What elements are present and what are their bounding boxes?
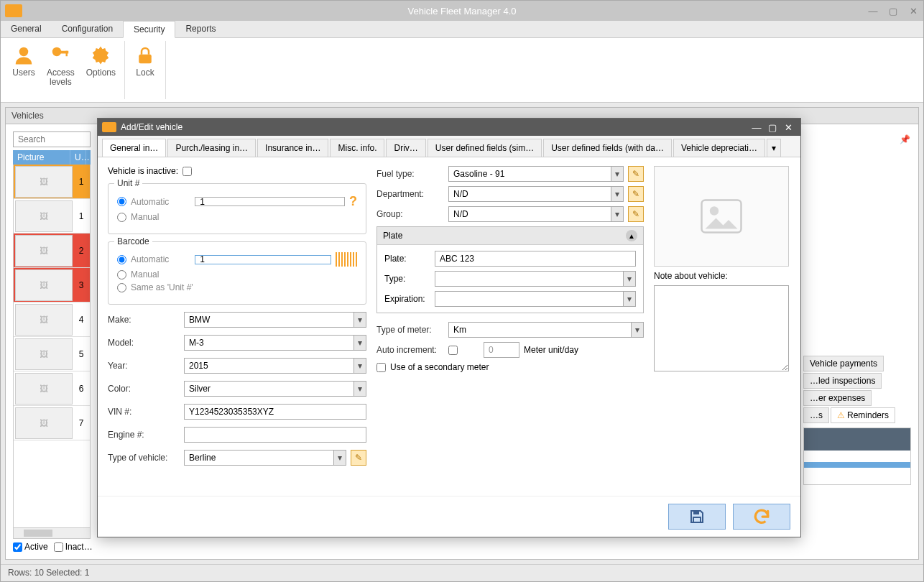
autoinc-checkbox[interactable] [448, 346, 458, 355]
ribbon-lock-button[interactable]: Lock [128, 41, 162, 99]
dlg-tab-general[interactable]: General in… [102, 139, 166, 157]
undo-button[interactable] [733, 504, 790, 530]
vin-input[interactable] [184, 404, 366, 420]
year-dropdown[interactable]: ▾ [354, 358, 366, 374]
active-checkbox[interactable]: Active [13, 542, 48, 552]
expiration-input[interactable] [435, 291, 623, 307]
svg-point-7 [710, 206, 719, 216]
help-icon[interactable]: ? [349, 194, 357, 209]
ribbon-access-levels-button[interactable]: Access levels [41, 41, 80, 99]
dialog-minimize-button[interactable]: — [749, 122, 764, 133]
unit-value-input[interactable] [195, 197, 345, 206]
plate-collapse-button[interactable]: ▲ [626, 230, 637, 241]
engine-input[interactable] [184, 427, 366, 443]
ribbon-users-button[interactable]: Users [6, 41, 41, 99]
dlg-tab-udf-data[interactable]: User defined fields (with da… [543, 139, 672, 157]
model-input[interactable] [184, 335, 354, 351]
tab-general[interactable]: General [1, 21, 52, 37]
dlg-tab-purchasing[interactable]: Purch./leasing in… [167, 139, 256, 157]
color-input[interactable] [184, 381, 354, 397]
meterunit-input[interactable] [484, 342, 519, 358]
add-edit-vehicle-dialog: Add/Edit vehicle — ▢ ✕ General in… Purch… [97, 118, 801, 537]
tab-configuration[interactable]: Configuration [52, 21, 123, 37]
tab-misc[interactable]: …s [803, 407, 829, 423]
dlg-tab-udf-simple[interactable]: User defined fields (sim… [428, 139, 542, 157]
meter-input[interactable] [448, 322, 631, 338]
search-input[interactable] [13, 131, 91, 147]
vehicle-image-placeholder[interactable] [654, 166, 789, 267]
unit-manual-radio[interactable] [117, 213, 126, 222]
unit-cell: 6 [74, 384, 88, 394]
table-row[interactable]: 🖼1 [14, 165, 90, 199]
grid-header: Picture U… [13, 150, 91, 165]
dept-dropdown[interactable]: ▾ [611, 186, 624, 202]
expiration-dropdown[interactable]: ▾ [623, 291, 636, 307]
ribbon-options-button[interactable]: Options [80, 41, 121, 99]
table-row[interactable]: 🖼6 [14, 371, 90, 406]
fuel-dropdown[interactable]: ▾ [611, 166, 624, 182]
horizontal-scrollbar[interactable] [13, 527, 91, 539]
table-row[interactable]: 🖼1 [14, 199, 90, 234]
dlg-tab-overflow[interactable]: ▾ [767, 139, 781, 157]
dlg-tab-insurance[interactable]: Insurance in… [257, 139, 328, 157]
unit-auto-radio[interactable] [117, 197, 126, 206]
dlg-tab-misc[interactable]: Misc. info. [330, 139, 384, 157]
make-input[interactable] [184, 312, 354, 328]
fuel-edit-button[interactable]: ✎ [628, 166, 644, 182]
table-row[interactable]: 🖼7 [14, 406, 90, 440]
vehicle-type-edit-button[interactable]: ✎ [351, 450, 366, 466]
vehicle-type-dropdown[interactable]: ▾ [333, 450, 346, 466]
meter-dropdown[interactable]: ▾ [631, 322, 644, 338]
tab-security[interactable]: Security [123, 21, 175, 38]
dialog-title-bar: Add/Edit vehicle — ▢ ✕ [98, 119, 800, 136]
inactive-label: Vehicle is inactive: [108, 166, 178, 176]
svg-point-0 [19, 47, 29, 57]
model-dropdown[interactable]: ▾ [354, 335, 366, 351]
group-edit-button[interactable]: ✎ [628, 206, 644, 222]
right-panels: 📌 Vehicle payments …led inspections …er … [803, 131, 911, 552]
close-button[interactable]: ✕ [903, 3, 923, 19]
tab-reports[interactable]: Reports [175, 21, 226, 37]
inactive-checkbox[interactable]: Inact… [54, 542, 93, 552]
lock-icon [134, 44, 157, 67]
barcode-manual-radio[interactable] [117, 270, 126, 280]
color-dropdown[interactable]: ▾ [354, 381, 366, 397]
fuel-input[interactable] [448, 166, 611, 182]
dept-edit-button[interactable]: ✎ [628, 186, 644, 202]
barcode-same-radio[interactable] [117, 283, 126, 292]
tab-reminders[interactable]: Reminders [831, 407, 895, 423]
note-textarea[interactable] [654, 285, 789, 371]
plate-type-input[interactable] [435, 271, 623, 287]
maximize-button[interactable]: ▢ [883, 3, 903, 19]
tab-expenses[interactable]: …er expenses [803, 390, 872, 406]
table-row[interactable]: 🖼4 [14, 302, 90, 337]
picture-cell: 🖼 [15, 235, 73, 267]
table-row[interactable]: 🖼3 [14, 268, 90, 302]
group-dropdown[interactable]: ▾ [611, 206, 624, 222]
timeline-chart [803, 428, 911, 485]
barcode-auto-radio[interactable] [117, 255, 126, 264]
plate-input[interactable] [435, 251, 636, 267]
group-input[interactable] [448, 206, 611, 222]
plate-group: Plate▲ Plate: Type:▾ Expiration:▾ [376, 226, 644, 313]
dlg-tab-depreciation[interactable]: Vehicle depreciati… [673, 139, 765, 157]
minimize-button[interactable]: — [863, 3, 883, 19]
table-row[interactable]: 🖼5 [14, 337, 90, 371]
plate-type-dropdown[interactable]: ▾ [623, 271, 636, 287]
barcode-value-input[interactable] [195, 255, 331, 264]
year-input[interactable] [184, 358, 354, 374]
dept-input[interactable] [448, 186, 611, 202]
pin-icon[interactable]: 📌 [900, 134, 908, 143]
barcode-icon [336, 252, 357, 267]
dialog-close-button[interactable]: ✕ [780, 122, 796, 133]
inactive-checkbox-dialog[interactable] [183, 167, 192, 176]
table-row[interactable]: 🖼2 [14, 234, 90, 268]
tab-inspections[interactable]: …led inspections [803, 373, 882, 389]
vehicle-type-input[interactable] [184, 450, 333, 466]
secondary-meter-checkbox[interactable] [376, 363, 386, 372]
dialog-maximize-button[interactable]: ▢ [764, 122, 780, 133]
make-dropdown[interactable]: ▾ [354, 312, 366, 328]
dlg-tab-drivers[interactable]: Driv… [386, 139, 425, 157]
tab-vehicle-payments[interactable]: Vehicle payments [803, 356, 884, 371]
save-button[interactable] [668, 504, 726, 530]
